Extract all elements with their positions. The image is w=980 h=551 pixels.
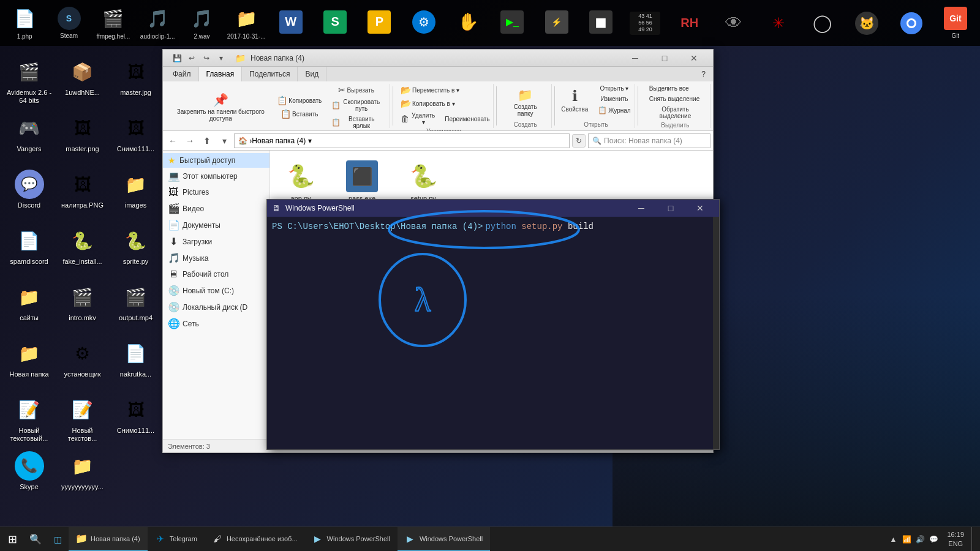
invert-button[interactable]: Обратить выделение bbox=[646, 105, 705, 121]
address-path[interactable]: 🏠 › Новая папка (4) ▾ bbox=[234, 133, 570, 148]
close-button[interactable]: ✕ bbox=[680, 50, 708, 67]
sidebar-this-pc[interactable]: 💻 Этот компьютер bbox=[163, 168, 270, 184]
maximize-button[interactable]: □ bbox=[650, 50, 679, 67]
desktop-icon-snimo[interactable]: 🖼 Снимо111... bbox=[110, 108, 162, 163]
sidebar-music[interactable]: 🎵 Музыка bbox=[163, 250, 270, 266]
desktop-icon-sayty[interactable]: 📁 сайты bbox=[3, 277, 55, 332]
sidebar-network[interactable]: 🌐 Сеть bbox=[163, 315, 270, 332]
rename-button[interactable]: Переименовать bbox=[442, 111, 492, 127]
file-item-setup-py[interactable]: 🐍 setup.py bbox=[399, 157, 448, 206]
desktop-icon-1uwdh[interactable]: 📦 1uwdhNE... bbox=[56, 52, 108, 107]
recent-button[interactable]: ▾ bbox=[217, 133, 232, 148]
taskbar-search-button[interactable]: 🔍 bbox=[24, 527, 47, 552]
file-item-app-py[interactable]: 🐍 app.py bbox=[276, 157, 325, 206]
taskbar-item-ps2[interactable]: ▶ Windows PowerShell bbox=[398, 527, 490, 552]
refresh-button[interactable]: ↻ bbox=[572, 134, 586, 148]
properties-button[interactable]: ℹ Свойства bbox=[557, 85, 592, 115]
desktop-icon-snimo111b[interactable]: 🖼 Снимо111... bbox=[110, 390, 162, 445]
qt-down-btn[interactable]: ▾ bbox=[214, 52, 228, 64]
top-icon-speccy[interactable]: 👁 bbox=[712, 0, 755, 46]
start-button[interactable]: ⊞ bbox=[0, 527, 24, 552]
back-button[interactable]: ← bbox=[165, 133, 180, 148]
show-desktop-button[interactable] bbox=[971, 527, 975, 552]
top-icon-2wav[interactable]: 🎵 2.wav bbox=[180, 0, 223, 46]
desktop-icon-images[interactable]: 📁 images bbox=[110, 165, 162, 220]
desktop-icon-skype[interactable]: 📞 Skype bbox=[3, 446, 55, 501]
tab-view[interactable]: Вид bbox=[298, 67, 326, 81]
top-icon-chrome[interactable] bbox=[889, 0, 932, 46]
search-box[interactable]: 🔍 Поиск: Новая папка (4) bbox=[588, 133, 710, 148]
desktop-icon-ustanovshik[interactable]: ⚙ установщик bbox=[56, 334, 108, 389]
top-icon-sheets[interactable]: S bbox=[314, 0, 356, 46]
sidebar-desktop[interactable]: 🖥 Рабочий стол bbox=[163, 266, 270, 282]
qt-save-btn[interactable]: 💾 bbox=[170, 52, 184, 64]
top-icon-audioclip[interactable]: 🎵 audioclip-1... bbox=[136, 0, 179, 46]
sidebar-documents[interactable]: 📄 Документы bbox=[163, 217, 270, 233]
sidebar-downloads[interactable]: ⬇ Загрузки bbox=[163, 233, 270, 250]
pin-button[interactable]: 📌 Закрепить на панели быстрого доступа bbox=[170, 90, 271, 124]
sidebar-video[interactable]: 🎬 Видео bbox=[163, 200, 270, 217]
desktop-icon-intro[interactable]: 🎬 intro.mkv bbox=[56, 277, 108, 332]
top-icon-rh[interactable]: RH bbox=[668, 0, 711, 46]
desktop-icon-masterpng[interactable]: 🖼 master.png bbox=[56, 108, 108, 163]
desktop-icon-output[interactable]: 🎬 output.mp4 bbox=[110, 277, 162, 332]
desktop-icon-discord[interactable]: 💬 Discord bbox=[3, 165, 55, 220]
desktop-icon-masterjpg[interactable]: 🖼 master.jpg bbox=[110, 52, 162, 107]
deselect-button[interactable]: Снять выделение bbox=[646, 94, 703, 103]
sidebar-drive-c[interactable]: 💿 Новый том (C:) bbox=[163, 282, 270, 299]
history-button[interactable]: 📋 Журнал bbox=[594, 105, 635, 116]
taskbar-clock[interactable]: 16:19 ENG bbox=[942, 530, 969, 548]
copy-path-button[interactable]: 📋 Скопировать путь bbox=[328, 97, 385, 113]
taskbar-item-folder[interactable]: 📁 Новая папка (4) bbox=[69, 527, 148, 552]
tab-share[interactable]: Поделиться bbox=[242, 67, 298, 81]
top-icon-1php[interactable]: 📄 1.php bbox=[3, 0, 46, 46]
tab-home[interactable]: Главная bbox=[199, 67, 243, 81]
ps-close-button[interactable]: ✕ bbox=[686, 200, 714, 217]
top-icon-ffmpeg[interactable]: 🎬 ffmpeg.hel... bbox=[92, 0, 135, 46]
paste-shortcut-button[interactable]: 📋 Вставить ярлык bbox=[328, 114, 385, 130]
desktop-icon-yyyyyyyy[interactable]: 📁 yyyyyyyyyyy... bbox=[56, 446, 108, 501]
open-button[interactable]: Открыть ▾ bbox=[594, 84, 635, 93]
top-icon-terminal2[interactable]: ⚡ bbox=[535, 0, 578, 46]
delete-button[interactable]: 🗑 Удалить ▾ bbox=[397, 111, 440, 127]
systray-message[interactable]: 💬 bbox=[927, 527, 940, 552]
sidebar-pictures[interactable]: 🖼 Pictures bbox=[163, 184, 270, 200]
top-icon-clock-widget[interactable]: 43 4156 5649 20 bbox=[624, 0, 666, 46]
top-icon-unity[interactable]: ◼ bbox=[579, 0, 622, 46]
ps-maximize-button[interactable]: □ bbox=[657, 200, 685, 217]
desktop-icon-sprite-py[interactable]: 🐍 sprite.py bbox=[110, 221, 162, 276]
desktop-icon-vangers[interactable]: 🎮 Vangers bbox=[3, 108, 55, 163]
top-icon-touch[interactable]: ✋ bbox=[447, 0, 489, 46]
top-icon-slides[interactable]: P bbox=[358, 0, 401, 46]
tab-help[interactable]: ? bbox=[694, 67, 713, 81]
desktop-icon-nakrutka[interactable]: 📄 nakrutka... bbox=[110, 334, 162, 389]
file-item-pass-exe[interactable]: ⬛ pass.exe bbox=[337, 157, 386, 206]
systray-arrow[interactable]: ▲ bbox=[887, 527, 899, 552]
copy-to-button[interactable]: 📂 Копировать в ▾ bbox=[397, 97, 459, 110]
sidebar-quick-access[interactable]: ★ Быстрый доступ bbox=[163, 153, 270, 168]
select-all-button[interactable]: Выделить все bbox=[646, 84, 693, 93]
qt-undo-btn[interactable]: ↩ bbox=[185, 52, 198, 64]
top-icon-terminal1[interactable]: ▶_ bbox=[491, 0, 533, 46]
desktop-icon-avidemux[interactable]: 🎬 Avidemux 2.6 - 64 bits bbox=[3, 52, 55, 107]
sidebar-local-d[interactable]: 💿 Локальный диск (D bbox=[163, 299, 270, 315]
taskbar-item-ps1[interactable]: ▶ Windows PowerShell bbox=[305, 527, 398, 552]
taskbar-item-telegram[interactable]: ✈ Telegram bbox=[148, 527, 205, 552]
ps-minimize-button[interactable]: ─ bbox=[627, 200, 655, 217]
top-icon-settings[interactable]: ⚙ bbox=[402, 0, 445, 46]
desktop-icon-spamdiscord[interactable]: 📄 spamdiscord bbox=[3, 221, 55, 276]
desktop-icon-noviy-doc2[interactable]: 📝 Новый текстов... bbox=[56, 390, 108, 445]
top-icon-word[interactable]: W bbox=[270, 0, 312, 46]
systray-volume[interactable]: 🔊 bbox=[914, 527, 926, 552]
forward-button[interactable]: → bbox=[183, 133, 197, 148]
top-icon-github[interactable]: 🐱 bbox=[845, 0, 888, 46]
desktop-icon-novaya-papka[interactable]: 📁 Новая папка bbox=[3, 334, 55, 389]
top-icon-redmark[interactable]: ✳ bbox=[756, 0, 799, 46]
cut-button[interactable]: ✂ Вырезать bbox=[328, 84, 385, 96]
top-icon-git[interactable]: Git Git bbox=[934, 0, 977, 46]
desktop-icon-noviy-doc[interactable]: 📝 Новый текстовый... bbox=[3, 390, 55, 445]
up-button[interactable]: ⬆ bbox=[200, 133, 214, 148]
top-icon-steam[interactable]: S Steam bbox=[47, 0, 90, 46]
desktop-icon-fake-install[interactable]: 🐍 fake_install... bbox=[56, 221, 108, 276]
copy-button[interactable]: 📋 Копировать bbox=[273, 94, 325, 107]
